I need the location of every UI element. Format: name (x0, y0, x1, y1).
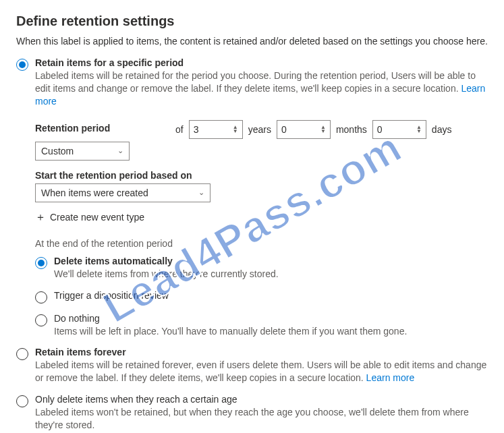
years-unit: years (248, 124, 271, 135)
spinner-arrows-icon[interactable]: ▲▼ (233, 125, 238, 134)
based-on-label: Start the retention period based on (35, 170, 488, 181)
end-period-heading: At the end of the retention period (35, 238, 488, 249)
radio-disposition[interactable] (35, 291, 47, 304)
months-input[interactable]: 0 ▲▼ (277, 120, 331, 139)
spinner-arrows-icon[interactable]: ▲▼ (416, 125, 422, 134)
create-event-type-link[interactable]: ＋ Create new event type (35, 210, 488, 225)
retention-period-select[interactable]: Custom ⌄ (35, 142, 130, 161)
radio-retain-specific[interactable] (16, 59, 28, 71)
days-unit: days (432, 124, 452, 135)
delete-auto-desc: We'll delete items from where they're cu… (54, 268, 488, 281)
months-unit: months (336, 124, 367, 135)
disposition-label: Trigger a disposition review (54, 290, 488, 301)
retain-forever-desc: Labeled items will be retained forever, … (35, 359, 488, 384)
delete-auto-label: Delete items automatically (54, 256, 488, 266)
years-input[interactable]: 3 ▲▼ (189, 120, 243, 139)
page-title: Define retention settings (16, 13, 488, 29)
radio-retain-forever[interactable] (16, 348, 28, 360)
plus-icon: ＋ (35, 210, 46, 225)
of-text: of (175, 124, 184, 135)
do-nothing-desc: Items will be left in place. You'll have… (54, 325, 488, 338)
retain-specific-label: Retain items for a specific period (35, 57, 488, 68)
page-subtitle: When this label is applied to items, the… (16, 36, 488, 47)
retain-forever-label: Retain items forever (35, 347, 488, 357)
based-on-select[interactable]: When items were created ⌄ (35, 183, 211, 202)
chevron-down-icon: ⌄ (198, 188, 204, 197)
radio-delete-auto[interactable] (35, 257, 47, 269)
chevron-down-icon: ⌄ (117, 146, 123, 155)
only-delete-desc: Labeled items won't be retained, but whe… (35, 406, 488, 432)
only-delete-label: Only delete items when they reach a cert… (35, 394, 488, 405)
radio-do-nothing[interactable] (35, 314, 47, 326)
days-input[interactable]: 0 ▲▼ (372, 120, 426, 139)
do-nothing-label: Do nothing (54, 313, 488, 324)
retention-period-label: Retention period (35, 123, 170, 134)
learn-more-link[interactable]: Learn more (366, 372, 415, 383)
retain-specific-desc: Labeled items will be retained for the p… (35, 69, 488, 108)
spinner-arrows-icon[interactable]: ▲▼ (320, 125, 326, 134)
radio-only-delete[interactable] (16, 395, 28, 407)
